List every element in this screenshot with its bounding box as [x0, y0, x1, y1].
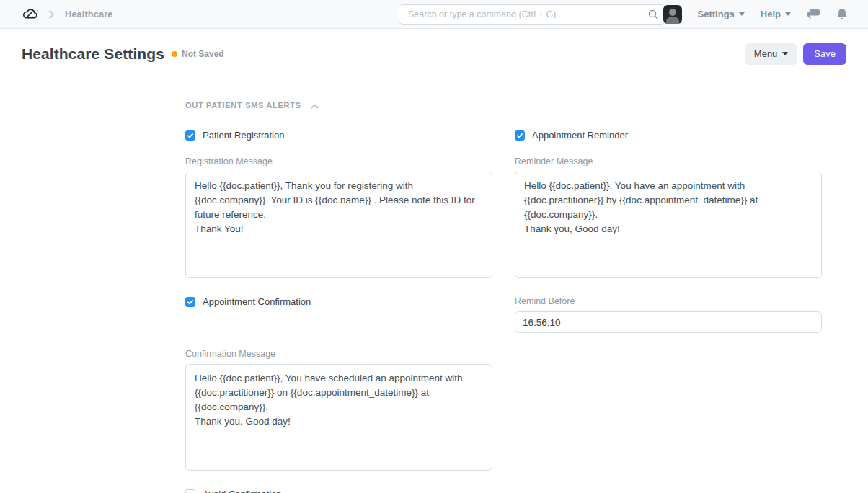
- registration-message-textarea[interactable]: Hello {{doc.patient}}, Thank you for reg…: [185, 172, 492, 278]
- appointment-confirmation-checkbox[interactable]: [185, 297, 195, 307]
- registration-message-label: Registration Message: [185, 156, 492, 166]
- caret-down-icon: [739, 12, 745, 16]
- unsaved-indicator-dot: [172, 51, 177, 57]
- avoid-confirmation-checkbox[interactable]: [185, 489, 195, 493]
- breadcrumb[interactable]: Healthcare: [65, 9, 112, 19]
- save-button-label: Save: [814, 48, 836, 59]
- reminder-message-label: Reminder Message: [515, 156, 822, 166]
- search-icon: [647, 9, 659, 23]
- remind-before-label: Remind Before: [515, 296, 822, 306]
- appointment-reminder-label: Appointment Reminder: [532, 130, 628, 141]
- help-menu[interactable]: Help: [761, 9, 791, 19]
- check-icon: [187, 298, 194, 306]
- navbar: Healthcare Settings Help: [0, 0, 868, 29]
- appointment-reminder-checkbox-row[interactable]: Appointment Reminder: [515, 130, 822, 141]
- unsaved-indicator: Not Saved: [172, 49, 224, 59]
- section-title: OUT PATIENT SMS ALERTS: [185, 101, 301, 110]
- search-input[interactable]: [399, 4, 665, 25]
- check-icon: [187, 132, 194, 139]
- section-out-patient-sms-alerts[interactable]: OUT PATIENT SMS ALERTS: [185, 99, 822, 112]
- app-logo-icon[interactable]: [22, 6, 38, 22]
- confirmation-message-textarea[interactable]: Hello {{doc.patient}}, You have schedule…: [185, 364, 492, 471]
- chat-icon[interactable]: [807, 9, 820, 20]
- menu-button-label: Menu: [754, 48, 778, 59]
- page-head: Healthcare Settings Not Saved Menu Save: [0, 29, 868, 79]
- patient-registration-checkbox-row[interactable]: Patient Registration: [185, 130, 492, 141]
- bell-icon[interactable]: [836, 8, 848, 20]
- form-layout: OUT PATIENT SMS ALERTS Patient Registrat…: [0, 79, 868, 492]
- form-container: OUT PATIENT SMS ALERTS Patient Registrat…: [164, 79, 843, 492]
- appointment-reminder-checkbox[interactable]: [515, 130, 525, 141]
- patient-registration-checkbox[interactable]: [185, 130, 195, 141]
- reminder-message-textarea[interactable]: Hello {{doc.patient}}, You have an appoi…: [515, 172, 822, 278]
- chevron-right-icon: [48, 10, 55, 19]
- menu-button[interactable]: Menu: [745, 43, 798, 65]
- unsaved-indicator-label: Not Saved: [182, 49, 224, 59]
- appointment-confirmation-checkbox-row[interactable]: Appointment Confirmation: [185, 296, 492, 307]
- caret-down-icon: [782, 52, 788, 55]
- avatar[interactable]: [663, 5, 682, 24]
- confirmation-message-label: Confirmation Message: [185, 349, 492, 359]
- patient-registration-label: Patient Registration: [203, 130, 284, 141]
- remind-before-input[interactable]: [515, 311, 822, 333]
- save-button[interactable]: Save: [803, 43, 846, 65]
- page-title: Healthcare Settings: [22, 45, 164, 63]
- help-menu-label: Help: [761, 9, 781, 19]
- avoid-confirmation-label: Avoid Confirmation: [203, 489, 282, 493]
- navbar-search: [399, 4, 665, 25]
- settings-menu-label: Settings: [698, 9, 735, 19]
- settings-menu[interactable]: Settings: [698, 9, 745, 19]
- caret-down-icon: [785, 12, 791, 16]
- appointment-confirmation-label: Appointment Confirmation: [203, 296, 311, 307]
- avoid-confirmation-checkbox-row[interactable]: Avoid Confirmation: [185, 489, 492, 493]
- collapse-chevron-icon[interactable]: [311, 99, 319, 112]
- check-icon: [516, 132, 523, 139]
